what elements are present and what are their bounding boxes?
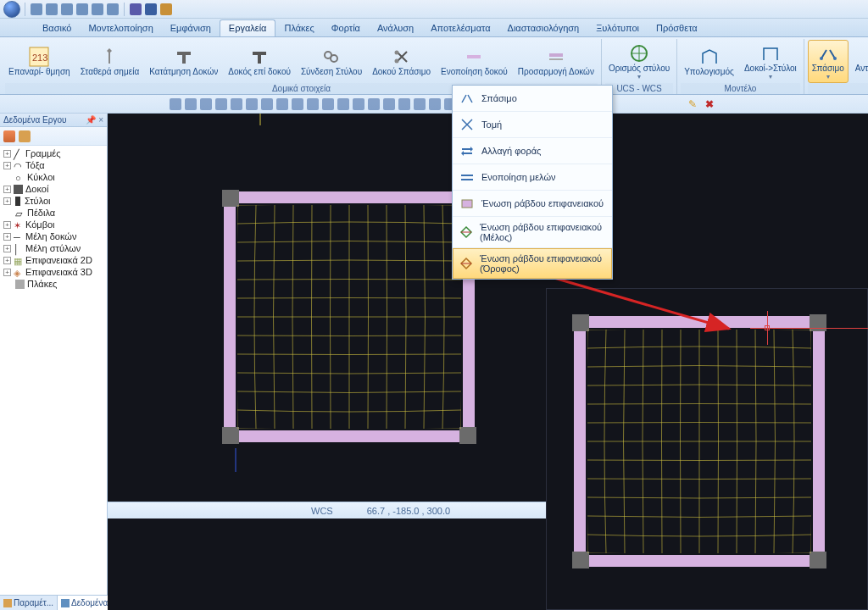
tree-slabs[interactable]: Πλάκες <box>27 279 57 289</box>
t2-icon[interactable] <box>353 98 364 110</box>
ribbon-replace-button[interactable]: Αντικατάσταση <box>852 41 868 82</box>
tab-basic[interactable]: Βασικό <box>34 20 80 36</box>
expand-icon[interactable]: + <box>3 162 11 169</box>
panel-tab-params[interactable]: Παραμέτ... <box>0 596 58 610</box>
ribbon-beams-cols-button[interactable]: Δοκοί->Στύλοι <box>741 41 800 82</box>
tab-analysis[interactable]: Ανάλυση <box>369 20 422 36</box>
dropdown-item-break[interactable]: Σπάσιμο <box>453 86 612 112</box>
expand-icon[interactable]: + <box>3 269 11 276</box>
tab-slabs[interactable]: Πλάκες <box>275 20 322 36</box>
project-tree[interactable]: +╱Γραμμές +◠Τόξα ○Κύκλοι +Δοκοί +Στύλοι … <box>0 146 107 595</box>
ribbon-connect-column-button[interactable]: Σύνδεση Στύλου <box>298 44 365 78</box>
project-panel: Δεδομένα Εργου 📌 × +╱Γραμμές +◠Τόξα ○Κύκ… <box>0 114 108 610</box>
ribbon-define-column-button[interactable]: Ορισμός στύλου <box>605 41 673 82</box>
dropdown-item-reverse[interactable]: Αλλαγή φοράς <box>453 138 612 164</box>
close-icon[interactable]: ✖ <box>704 98 715 110</box>
tab-extras[interactable]: Πρόσθετα <box>648 20 706 36</box>
ribbon-compute-button[interactable]: Υπολογισμός <box>681 44 737 78</box>
tshape1-icon <box>173 46 195 68</box>
tree-surf2d[interactable]: Επιφανειακά 2D <box>25 255 92 265</box>
ribbon-beam-break-button[interactable]: Δοκού Σπάσιμο <box>369 44 434 78</box>
panel-title-bar: Δεδομένα Εργου 📌 × <box>0 114 107 127</box>
tree-beam-members[interactable]: Μέλη δοκών <box>25 231 76 241</box>
dropdown-item-unify[interactable]: Ενοποίηση μελών <box>453 164 612 191</box>
tree-beams[interactable]: Δοκοί <box>25 184 48 194</box>
tree-arcs[interactable]: Τόξα <box>25 160 45 170</box>
t2-icon[interactable] <box>292 98 303 110</box>
tree-nodes[interactable]: Κόμβοι <box>25 219 55 230</box>
t2-icon[interactable] <box>429 98 441 110</box>
dropdown-item-cut[interactable]: Τομή <box>453 112 612 138</box>
t2-icon[interactable] <box>200 98 212 110</box>
group-spacer <box>808 83 868 94</box>
renumber-icon: 213 <box>28 46 50 68</box>
panel-tool1-icon[interactable] <box>3 130 15 142</box>
t2-icon[interactable] <box>337 98 349 110</box>
ribbon-renumber-button[interactable]: 213Επαναρί- θμηση <box>5 44 74 78</box>
t2-icon[interactable] <box>383 98 395 110</box>
tab-results[interactable]: Αποτελέσματα <box>422 20 498 36</box>
panel-tool2-icon[interactable] <box>19 130 31 142</box>
break-dropdown: Σπάσιμο Τομή Αλλαγή φοράς Ενοποίηση μελώ… <box>452 85 613 280</box>
t2-icon[interactable] <box>231 98 242 110</box>
tab-loads[interactable]: Φορτία <box>323 20 369 36</box>
join-surf-icon <box>459 196 475 211</box>
app-orb-icon[interactable] <box>3 1 20 18</box>
footing-icon: ▱ <box>15 208 25 218</box>
tab-formwork[interactable]: Ξυλότυποι <box>587 20 648 36</box>
tree-circles[interactable]: Κύκλοι <box>27 172 55 182</box>
svg-point-9 <box>394 59 398 64</box>
expand-icon[interactable]: + <box>3 245 11 252</box>
tree-col-members[interactable]: Μέλη στύλων <box>25 243 81 253</box>
t2-icon[interactable] <box>414 98 426 110</box>
ribbon-break-button[interactable]: Σπάσιμο <box>808 40 849 83</box>
t2-icon[interactable] <box>398 98 410 110</box>
expand-icon[interactable]: + <box>3 257 11 264</box>
t2-icon[interactable] <box>170 98 181 110</box>
pencil-icon[interactable]: ✎ <box>688 98 700 110</box>
t2-icon[interactable] <box>276 98 288 110</box>
tree-lines[interactable]: Γραμμές <box>25 148 61 158</box>
expand-icon[interactable]: + <box>3 186 11 193</box>
t2-icon[interactable] <box>322 98 334 110</box>
ribbon-split-beams-button[interactable]: Κατάτμηση Δοκών <box>146 44 221 78</box>
expand-icon[interactable]: + <box>3 221 11 229</box>
qat-help-icon[interactable] <box>160 3 172 15</box>
qat-open-icon[interactable] <box>61 3 73 15</box>
beam-member-icon: ─ <box>14 232 23 241</box>
panel-close-icon[interactable]: × <box>98 115 103 125</box>
t2-icon[interactable] <box>246 98 258 110</box>
dropdown-item-join-member[interactable]: Ένωση ράβδου επιφανειακού (Μέλος) <box>453 217 612 248</box>
break-icon <box>817 42 839 64</box>
ribbon-adjust-beams-button[interactable]: Προσαρμογή Δοκών <box>515 44 598 78</box>
qat-down-icon[interactable] <box>130 3 142 15</box>
tab-tools[interactable]: Εργαλεία <box>220 19 276 36</box>
t2-icon[interactable] <box>185 98 197 110</box>
tab-model[interactable]: Μοντελοποίηση <box>80 20 161 36</box>
expand-icon[interactable]: + <box>3 150 11 158</box>
qat-undo-icon[interactable] <box>92 3 103 15</box>
panel-pin-icon[interactable]: 📌 <box>86 115 96 125</box>
qat-redo-icon[interactable] <box>107 3 119 15</box>
expand-icon[interactable]: + <box>3 233 11 241</box>
ribbon-beam-on-beam-button[interactable]: Δοκός επί δοκού <box>225 44 294 78</box>
ribbon-unify-beam-button[interactable]: Ενοποίηση δοκού <box>437 44 511 78</box>
ribbon-fixed-points-button[interactable]: Σταθερά σημεία <box>77 44 143 78</box>
tree-footings[interactable]: Πέδιλα <box>27 208 55 218</box>
t2-icon[interactable] <box>368 98 380 110</box>
tree-surf3d[interactable]: Επιφανειακά 3D <box>25 267 92 277</box>
expand-icon[interactable]: + <box>3 197 11 205</box>
tab-dimensioning[interactable]: Διαστασιολόγηση <box>499 20 588 36</box>
qat-save-icon[interactable] <box>46 3 58 15</box>
tab-view[interactable]: Εμφάνιση <box>162 20 220 36</box>
t2-icon[interactable] <box>215 98 227 110</box>
tree-columns[interactable]: Στύλοι <box>25 196 51 206</box>
qat-globe-icon[interactable] <box>145 3 157 15</box>
t2-icon[interactable] <box>307 98 319 110</box>
qat-new-icon[interactable] <box>31 3 42 15</box>
merge-icon <box>463 46 485 68</box>
dropdown-item-join-surf[interactable]: Ένωση ράβδου επιφανειακού <box>453 191 612 217</box>
dropdown-item-join-floor[interactable]: Ένωση ράβδου επιφανειακού (Όροφος) <box>453 248 612 279</box>
qat-print-icon[interactable] <box>76 3 88 15</box>
t2-icon[interactable] <box>261 98 273 110</box>
